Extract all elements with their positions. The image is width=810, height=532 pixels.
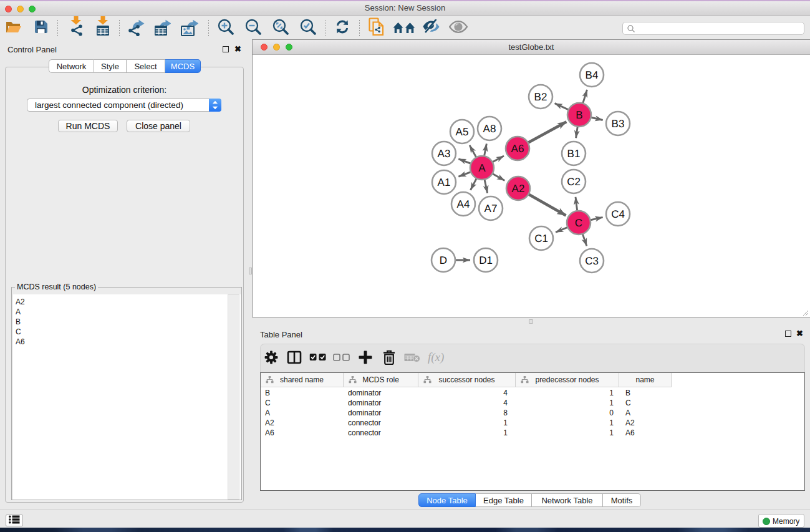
svg-text:B: B: [576, 109, 582, 121]
svg-text:C: C: [575, 217, 582, 229]
svg-text:A3: A3: [438, 148, 451, 160]
svg-text:A7: A7: [485, 203, 498, 215]
svg-text:A6: A6: [511, 143, 524, 155]
svg-text:D1: D1: [479, 254, 493, 266]
svg-text:A1: A1: [438, 177, 451, 188]
svg-text:A8: A8: [483, 123, 496, 135]
svg-text:B4: B4: [586, 69, 599, 81]
svg-text:C4: C4: [611, 208, 625, 220]
svg-text:C2: C2: [567, 176, 581, 188]
svg-text:B2: B2: [534, 91, 547, 103]
svg-text:A: A: [478, 162, 486, 174]
svg-text:A2: A2: [512, 183, 525, 195]
svg-text:D: D: [440, 254, 447, 266]
svg-text:C3: C3: [585, 255, 599, 267]
svg-text:B1: B1: [567, 148, 581, 160]
svg-text:A5: A5: [456, 126, 469, 138]
svg-text:B3: B3: [612, 118, 625, 130]
svg-text:A4: A4: [457, 198, 470, 210]
svg-text:C1: C1: [534, 233, 548, 244]
